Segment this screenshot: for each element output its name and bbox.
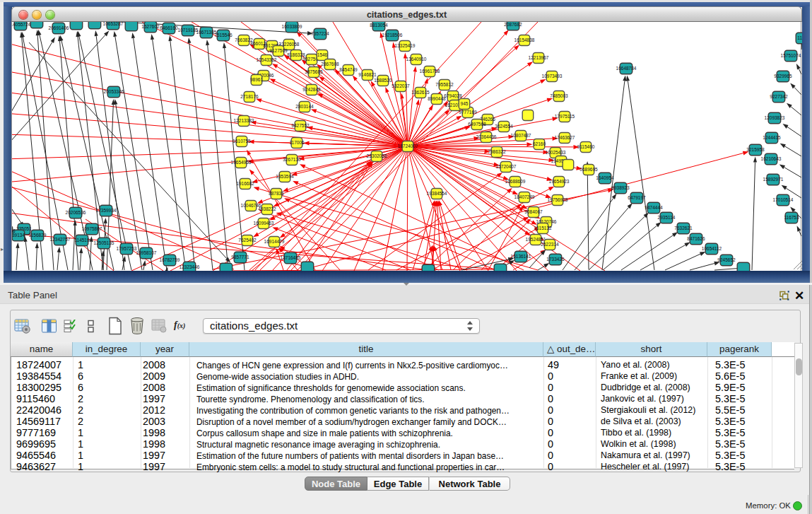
svg-text:9777169: 9777169: [459, 110, 477, 115]
svg-text:8186328: 8186328: [287, 52, 305, 57]
svg-text:19218506: 19218506: [382, 33, 403, 37]
svg-text:9857771: 9857771: [231, 255, 249, 259]
svg-text:17010514: 17010514: [773, 197, 794, 202]
svg-text:887831: 887831: [269, 191, 284, 196]
svg-text:10025433: 10025433: [546, 150, 566, 155]
svg-text:2867608: 2867608: [321, 62, 339, 66]
svg-text:2087682: 2087682: [504, 22, 522, 27]
svg-text:945: 945: [461, 101, 469, 106]
svg-text:9329965: 9329965: [774, 74, 792, 78]
svg-text:1353594: 1353594: [276, 174, 294, 179]
svg-text:8813054: 8813054: [370, 23, 388, 28]
svg-text:23302035: 23302035: [367, 153, 387, 158]
svg-text:10958107: 10958107: [136, 250, 157, 255]
svg-text:7485003: 7485003: [550, 93, 568, 98]
svg-text:116753: 116753: [784, 215, 799, 220]
svg-text:9242848: 9242848: [302, 87, 321, 92]
svg-text:6466160: 6466160: [160, 25, 178, 30]
svg-text:6479197: 6479197: [628, 195, 646, 200]
svg-text:7625402: 7625402: [238, 238, 257, 243]
svg-text:19384554: 19384554: [427, 191, 447, 196]
svg-text:7955812: 7955812: [435, 82, 454, 87]
svg-text:1362615: 1362615: [411, 90, 430, 95]
svg-text:98961: 98961: [250, 77, 263, 82]
svg-text:9115460: 9115460: [577, 144, 595, 149]
svg-text:15892971: 15892971: [763, 177, 784, 182]
svg-text:2522314: 2522314: [541, 242, 559, 247]
svg-text:20364436: 20364436: [476, 134, 497, 139]
svg-text:16136141: 16136141: [511, 254, 531, 259]
svg-text:19524851: 19524851: [526, 237, 546, 242]
svg-text:20691406: 20691406: [49, 25, 69, 30]
svg-text:8471626: 8471626: [687, 236, 705, 241]
svg-text:12323446: 12323446: [180, 264, 200, 269]
svg-text:3267130: 3267130: [283, 157, 301, 162]
svg-text:1244415: 1244415: [763, 135, 781, 140]
svg-text:14055724: 14055724: [12, 22, 31, 27]
svg-text:7986322: 7986322: [488, 149, 506, 154]
svg-text:16914479: 16914479: [264, 239, 285, 244]
svg-text:12213383: 12213383: [234, 118, 254, 123]
svg-text:8454749: 8454749: [339, 67, 358, 72]
svg-text:9146821: 9146821: [358, 72, 377, 77]
svg-text:0689695: 0689695: [579, 167, 598, 172]
svg-text:3215958: 3215958: [746, 147, 765, 152]
svg-text:13325419: 13325419: [395, 43, 416, 48]
svg-text:13640910: 13640910: [406, 57, 427, 62]
svg-text:12213967: 12213967: [529, 55, 549, 60]
svg-text:3875685: 3875685: [305, 69, 323, 74]
svg-text:117006: 117006: [289, 140, 305, 145]
svg-text:18407249: 18407249: [514, 194, 535, 199]
svg-text:7357224: 7357224: [311, 31, 329, 36]
svg-text:1610755: 1610755: [233, 139, 251, 144]
svg-text:10543362: 10543362: [257, 57, 277, 62]
svg-text:10654112: 10654112: [702, 246, 722, 251]
svg-text:16782759: 16782759: [160, 257, 180, 262]
svg-text:6794028: 6794028: [444, 93, 462, 98]
svg-text:1156829: 1156829: [29, 233, 47, 238]
svg-text:39134: 39134: [12, 233, 25, 238]
svg-text:9084067: 9084067: [524, 209, 543, 214]
svg-text:1112: 1112: [797, 35, 802, 40]
svg-text:9427552: 9427552: [291, 123, 310, 128]
svg-text:1527602: 1527602: [141, 24, 160, 29]
svg-text:1733426: 1733426: [546, 257, 565, 262]
svg-text:10807487: 10807487: [511, 133, 531, 138]
svg-text:10975867: 10975867: [82, 226, 102, 231]
svg-text:10653287: 10653287: [103, 22, 124, 26]
svg-text:16210643: 16210643: [761, 156, 782, 161]
svg-text:17975115: 17975115: [555, 114, 575, 119]
svg-text:1546: 1546: [317, 52, 328, 57]
svg-text:5322037: 5322037: [392, 83, 410, 88]
svg-text:12505135: 12505135: [94, 240, 114, 245]
svg-text:3624554: 3624554: [495, 124, 513, 129]
svg-text:7632621: 7632621: [674, 226, 693, 230]
svg-text:9474444: 9474444: [645, 205, 663, 210]
svg-text:16154838: 16154838: [514, 37, 535, 42]
svg-text:8990448: 8990448: [428, 96, 446, 101]
svg-text:6497568: 6497568: [468, 122, 486, 127]
svg-text:19654923: 19654923: [549, 179, 570, 184]
svg-text:10973493: 10973493: [542, 74, 563, 78]
svg-text:2718176: 2718176: [240, 94, 259, 99]
svg-text:18724007: 18724007: [398, 144, 418, 148]
svg-text:16033809: 16033809: [282, 24, 302, 29]
svg-text:19654955: 19654955: [231, 160, 252, 165]
svg-text:9127509: 9127509: [269, 48, 288, 53]
svg-text:17957253: 17957253: [117, 246, 137, 251]
svg-text:12093823: 12093823: [765, 115, 785, 120]
svg-text:10719185: 10719185: [178, 28, 199, 33]
svg-text:2935114: 2935114: [658, 215, 676, 220]
svg-text:8938923: 8938923: [611, 185, 630, 190]
svg-text:16961758: 16961758: [420, 69, 440, 74]
svg-text:13716485: 13716485: [281, 255, 301, 260]
svg-text:17359934: 17359934: [96, 208, 117, 213]
svg-text:19756928: 19756928: [548, 197, 568, 202]
svg-text:1916682: 1916682: [236, 181, 254, 186]
svg-text:9227342: 9227342: [770, 94, 788, 99]
svg-text:15751074: 15751074: [781, 53, 801, 58]
svg-text:9160306: 9160306: [12, 228, 16, 233]
svg-text:16099463: 16099463: [254, 221, 274, 226]
svg-text:1615132: 1615132: [534, 226, 552, 230]
svg-text:12342757: 12342757: [50, 237, 71, 242]
